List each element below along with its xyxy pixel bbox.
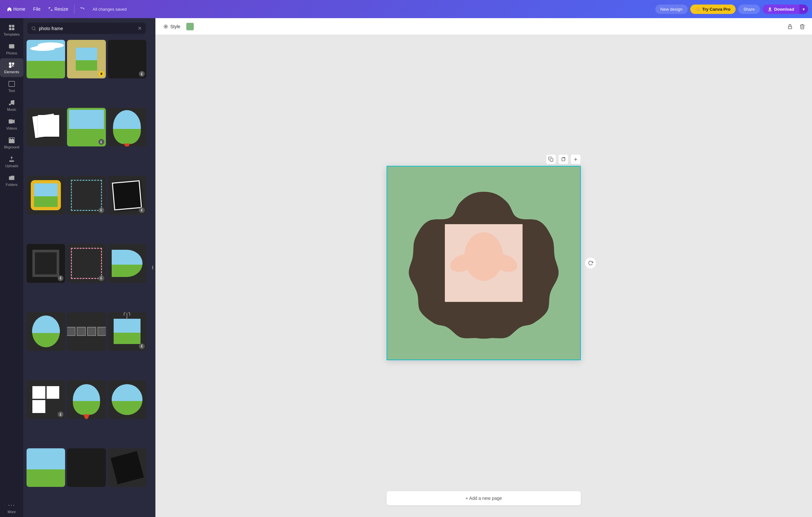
canvas-content[interactable] (155, 35, 812, 491)
sidebar-item-folders[interactable]: Folders (0, 171, 23, 190)
list-item[interactable]: £ (108, 312, 146, 351)
topbar: Home File Resize All changes saved New d… (0, 0, 812, 18)
photo-frame-svg (400, 179, 568, 347)
main-layout: Templates Photos Elements Text Music Vid… (0, 18, 812, 517)
list-item[interactable] (27, 108, 65, 146)
design-canvas[interactable] (386, 166, 581, 360)
canvas-area: Style (155, 18, 812, 517)
toolbar-right (785, 22, 807, 31)
list-item[interactable]: £ (67, 176, 106, 214)
frame-container (387, 166, 580, 359)
list-item[interactable]: £ (108, 176, 146, 214)
file-button[interactable]: File (30, 4, 44, 13)
list-item[interactable] (108, 108, 146, 146)
sidebar-item-elements[interactable]: Elements (0, 58, 23, 77)
pound-badge: £ (139, 343, 145, 349)
add-page-button[interactable]: + Add a new page (386, 491, 581, 505)
canvas-wrapper (386, 166, 581, 360)
lock-button[interactable] (785, 22, 794, 31)
download-button[interactable]: Download (762, 4, 800, 14)
svg-rect-0 (768, 10, 772, 11)
canvas-copy-button[interactable] (546, 154, 556, 165)
list-item[interactable] (67, 448, 106, 487)
list-item[interactable]: £ (67, 244, 106, 282)
panel-grid: ♛ £ £ (23, 37, 150, 517)
svg-rect-9 (9, 65, 11, 68)
search-input[interactable] (39, 26, 135, 31)
svg-point-8 (12, 62, 14, 65)
bottom-area: + Add a new page (155, 491, 812, 517)
list-item[interactable]: £ (27, 244, 65, 282)
list-item[interactable] (67, 312, 106, 351)
lock-icon (787, 24, 793, 29)
svg-rect-1 (9, 25, 11, 27)
list-item[interactable]: ♛ (67, 40, 106, 78)
duplicate-icon (561, 157, 566, 162)
download-caret-button[interactable]: ▾ (800, 4, 808, 14)
pound-badge: £ (139, 207, 145, 213)
list-item[interactable] (67, 380, 106, 419)
sidebar-item-videos[interactable]: Videos (0, 115, 23, 133)
home-button[interactable]: Home (4, 4, 28, 13)
topbar-left: Home File Resize All changes saved (4, 4, 126, 13)
share-button[interactable]: Share (738, 4, 760, 14)
svg-rect-2 (12, 25, 14, 27)
resize-button[interactable]: Resize (45, 4, 71, 13)
new-design-button[interactable]: New design (655, 4, 688, 14)
sidebar-item-templates[interactable]: Templates (0, 21, 23, 39)
svg-rect-17 (788, 26, 792, 29)
list-item[interactable]: £ (108, 40, 146, 78)
search-panel: ✕ ♛ £ (23, 18, 150, 517)
delete-button[interactable] (798, 22, 807, 31)
canvas-duplicate-button[interactable] (558, 154, 569, 165)
svg-rect-19 (562, 158, 564, 161)
refresh-image-button[interactable] (585, 257, 597, 269)
search-icon (31, 26, 36, 31)
svg-point-16 (165, 26, 167, 27)
list-item[interactable] (27, 312, 65, 351)
list-item[interactable] (108, 448, 146, 487)
sidebar-item-photos[interactable]: Photos (0, 39, 23, 58)
svg-rect-7 (9, 62, 11, 65)
list-item[interactable]: £ (67, 108, 106, 146)
save-status: All changes saved (93, 7, 127, 12)
pound-badge: £ (98, 207, 104, 213)
style-icon (163, 24, 168, 29)
canvas-add-button[interactable] (571, 154, 581, 165)
svg-line-15 (35, 29, 36, 30)
style-button[interactable]: Style (161, 22, 183, 31)
search-box: ✕ (27, 23, 146, 34)
icon-sidebar: Templates Photos Elements Text Music Vid… (0, 18, 23, 517)
canvas-actions (546, 154, 581, 165)
undo-button[interactable] (77, 4, 89, 13)
list-item[interactable] (27, 448, 65, 487)
svg-rect-18 (550, 158, 553, 161)
list-item[interactable]: £ (27, 380, 65, 419)
search-header: ✕ (23, 18, 150, 37)
sidebar-item-bkground[interactable]: Bkground (0, 133, 23, 152)
hide-panel-button[interactable] (150, 18, 155, 517)
svg-rect-3 (9, 28, 11, 30)
pro-badge: ♛ (98, 71, 104, 77)
color-swatch[interactable] (186, 23, 194, 30)
topbar-divider (74, 4, 75, 13)
list-item[interactable] (108, 380, 146, 419)
svg-rect-10 (9, 81, 14, 87)
sidebar-item-music[interactable]: Music (0, 96, 23, 115)
svg-rect-13 (9, 119, 13, 124)
try-pro-button[interactable]: 👑 Try Canva Pro (690, 4, 735, 14)
svg-point-6 (10, 45, 11, 46)
sidebar-item-more[interactable]: ··· More (0, 498, 23, 517)
canvas-toolbar: Style (155, 18, 812, 35)
pound-badge: £ (98, 275, 104, 281)
svg-point-12 (12, 103, 14, 105)
trash-icon (800, 24, 805, 29)
add-icon (573, 157, 578, 162)
list-item[interactable] (108, 244, 146, 282)
list-item[interactable] (27, 40, 65, 78)
svg-point-11 (9, 104, 11, 106)
search-clear-button[interactable]: ✕ (138, 25, 142, 31)
sidebar-item-text[interactable]: Text (0, 77, 23, 96)
list-item[interactable] (27, 176, 65, 214)
sidebar-item-uploads[interactable]: Uploads (0, 152, 23, 171)
